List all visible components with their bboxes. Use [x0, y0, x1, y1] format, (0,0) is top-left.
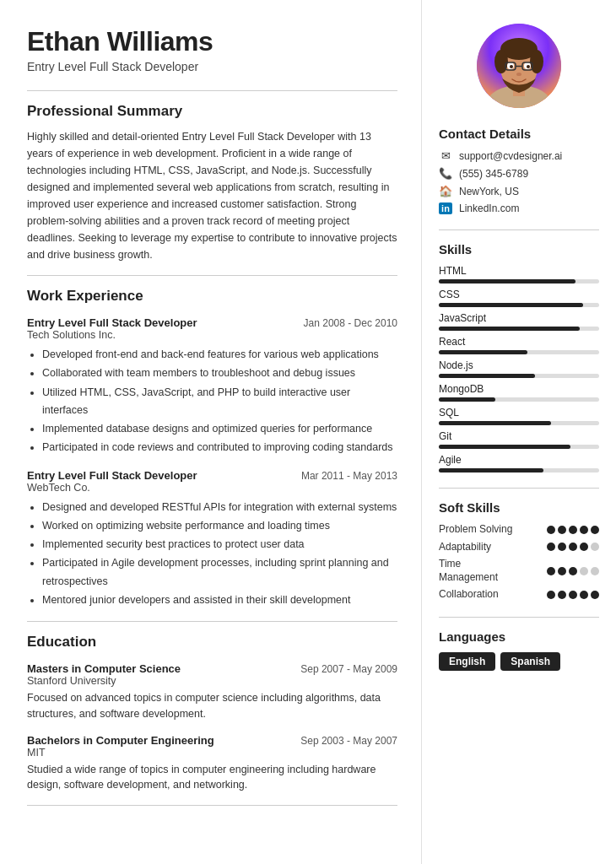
list-item: Mentored junior developers and assisted …	[42, 591, 397, 609]
dot	[547, 526, 555, 534]
list-item: Implemented security best practices to p…	[42, 536, 397, 554]
soft-skills-title: Soft Skills	[439, 500, 599, 515]
job-2-company: WebTech Co.	[27, 482, 397, 494]
phone-icon: 📞	[439, 167, 452, 180]
contact-email-value: support@cvdesigner.ai	[459, 150, 562, 162]
language-tag-english: English	[439, 652, 495, 671]
avatar-wrapper	[439, 24, 599, 108]
dot	[569, 526, 577, 534]
contact-location-value: NewYork, US	[459, 186, 519, 197]
divider-r1	[439, 230, 599, 230]
skill-html: HTML	[439, 265, 599, 284]
job-1-dates: Jan 2008 - Dec 2010	[304, 317, 397, 329]
language-tags: English Spanish	[439, 652, 599, 671]
list-item: Participated in code reviews and contrib…	[42, 439, 397, 456]
dot	[580, 543, 588, 551]
dot	[558, 543, 566, 551]
dot	[580, 567, 588, 575]
job-2: Entry Level Full Stack Developer Mar 201…	[27, 469, 397, 610]
divider-3	[27, 621, 397, 622]
soft-skill-adaptability: Adaptability	[439, 541, 599, 554]
candidate-name: Ethan Williams	[27, 27, 397, 57]
languages-section: Languages English Spanish	[439, 629, 599, 671]
contact-section: Contact Details ✉ support@cvdesigner.ai …	[439, 127, 599, 214]
list-item: Participated in Agile development proces…	[42, 554, 397, 591]
edu-2: Bachelors in Computer Engineering Sep 20…	[27, 734, 397, 794]
contact-email: ✉ support@cvdesigner.ai	[439, 149, 599, 162]
job-1: Entry Level Full Stack Developer Jan 200…	[27, 316, 397, 457]
email-icon: ✉	[439, 149, 452, 162]
job-2-title: Entry Level Full Stack Developer	[27, 469, 197, 482]
job-1-bullets: Developed front-end and back-end feature…	[27, 346, 397, 457]
contact-linkedin: in LinkedIn.com	[439, 202, 599, 214]
svg-point-15	[516, 73, 521, 76]
skill-git: Git	[439, 430, 599, 449]
edu-2-header: Bachelors in Computer Engineering Sep 20…	[27, 734, 397, 747]
avatar	[477, 24, 561, 108]
resume-wrapper: Ethan Williams Entry Level Full Stack De…	[0, 0, 616, 864]
divider-1	[27, 90, 397, 91]
skill-sql: SQL	[439, 407, 599, 425]
left-column: Ethan Williams Entry Level Full Stack De…	[0, 0, 422, 864]
job-1-company: Tech Solutions Inc.	[27, 329, 397, 341]
contact-linkedin-value: LinkedIn.com	[459, 202, 519, 214]
skill-react: React	[439, 336, 599, 354]
skill-nodejs: Node.js	[439, 359, 599, 378]
edu-2-school: MIT	[27, 747, 397, 759]
job-2-header: Entry Level Full Stack Developer Mar 201…	[27, 469, 397, 482]
dot	[547, 543, 555, 551]
edu-2-dates: Sep 2003 - May 2007	[300, 735, 397, 747]
list-item: Collaborated with team members to troubl…	[42, 364, 397, 382]
dot	[569, 543, 577, 551]
education-section: Education Masters in Computer Science Se…	[27, 634, 397, 793]
skill-mongodb: MongoDB	[439, 383, 599, 402]
location-icon: 🏠	[439, 185, 452, 197]
education-title: Education	[27, 634, 397, 651]
edu-1: Masters in Computer Science Sep 2007 - M…	[27, 662, 397, 722]
dot	[591, 567, 599, 575]
right-column: Contact Details ✉ support@cvdesigner.ai …	[422, 0, 616, 864]
work-experience-section: Work Experience Entry Level Full Stack D…	[27, 288, 397, 609]
dot	[547, 567, 555, 575]
skills-title: Skills	[439, 242, 599, 256]
list-item: Worked on optimizing website performance…	[42, 517, 397, 535]
divider-2	[27, 275, 397, 276]
summary-text: Highly skilled and detail-oriented Entry…	[27, 128, 397, 263]
soft-skill-problem-solving: Problem Solving	[439, 523, 599, 537]
divider-4	[27, 805, 397, 806]
job-2-bullets: Designed and developed RESTful APIs for …	[27, 499, 397, 610]
skill-css: CSS	[439, 289, 599, 307]
work-experience-title: Work Experience	[27, 288, 397, 305]
soft-skill-time-management: TimeManagement	[439, 558, 599, 584]
summary-title: Professional Summary	[27, 103, 397, 120]
linkedin-icon: in	[439, 202, 452, 214]
job-1-title: Entry Level Full Stack Developer	[27, 316, 197, 329]
dot	[558, 567, 566, 575]
dot	[580, 591, 588, 599]
list-item: Implemented database designs and optimiz…	[42, 420, 397, 438]
contact-title: Contact Details	[439, 127, 599, 141]
dot	[591, 543, 599, 551]
dot	[591, 526, 599, 534]
svg-point-11	[527, 65, 530, 68]
edu-1-school: Stanford University	[27, 675, 397, 687]
edu-1-desc: Focused on advanced topics in computer s…	[27, 690, 397, 722]
soft-skills-section: Soft Skills Problem Solving Adaptability	[439, 500, 599, 602]
candidate-subtitle: Entry Level Full Stack Developer	[27, 60, 397, 73]
language-tag-spanish: Spanish	[500, 652, 560, 671]
soft-skill-collaboration: Collaboration	[439, 588, 599, 602]
list-item: Utilized HTML, CSS, JavaScript, and PHP …	[42, 384, 397, 420]
name-block: Ethan Williams Entry Level Full Stack De…	[27, 27, 397, 73]
edu-2-degree: Bachelors in Computer Engineering	[27, 734, 214, 747]
contact-phone: 📞 (555) 345-6789	[439, 167, 599, 180]
edu-1-header: Masters in Computer Science Sep 2007 - M…	[27, 662, 397, 675]
job-1-header: Entry Level Full Stack Developer Jan 200…	[27, 316, 397, 329]
divider-r3	[439, 617, 599, 618]
dot	[580, 526, 588, 534]
languages-title: Languages	[439, 629, 599, 644]
list-item: Designed and developed RESTful APIs for …	[42, 499, 397, 516]
contact-phone-value: (555) 345-6789	[459, 168, 528, 180]
edu-1-degree: Masters in Computer Science	[27, 662, 181, 675]
dot	[558, 526, 566, 534]
edu-2-desc: Studied a wide range of topics in comput…	[27, 762, 397, 794]
